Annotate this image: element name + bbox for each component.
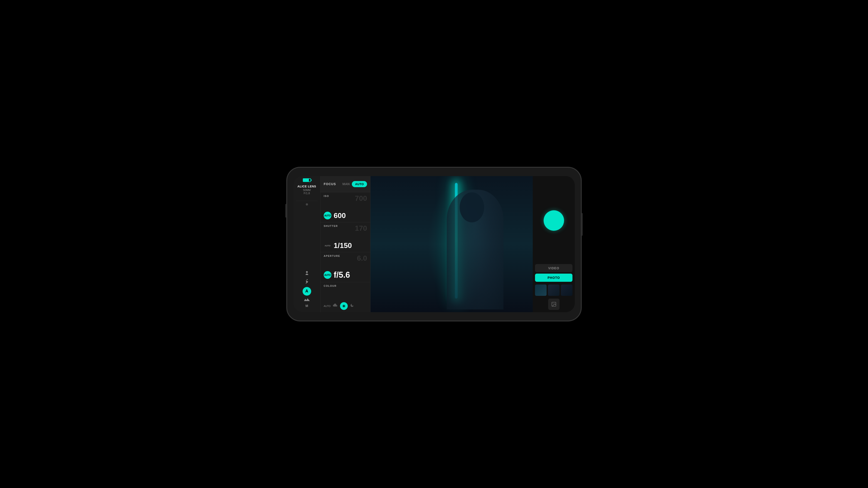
svg-point-0: [306, 271, 308, 273]
aperture-row: APERTURE 6.0 AUTO f/5.6: [320, 252, 370, 282]
phone-device: ALICE LENS 50MM F/1.8: [286, 167, 582, 321]
controls-panel: FOCUS MAN AUTO ISO 700 AUTO 600 SHUTTER …: [320, 176, 370, 312]
colour-row: COLOUR AUTO: [320, 282, 370, 312]
aperture-auto-button[interactable]: AUTO: [324, 271, 332, 279]
focus-label: FOCUS: [324, 182, 340, 186]
thumbnail-2[interactable]: [548, 285, 560, 296]
colour-label: COLOUR: [324, 285, 367, 287]
phone-screen: ALICE LENS 50MM F/1.8: [293, 176, 575, 312]
focus-man-label[interactable]: MAN: [343, 182, 350, 186]
shutter-row: SHUTTER 170 AUTO 1/150: [320, 222, 370, 252]
person-icon[interactable]: [304, 270, 310, 277]
shutter-value-row: AUTO 1/150: [324, 241, 367, 250]
svg-point-2: [343, 305, 345, 307]
thumbnails: [535, 285, 572, 296]
shutter-button[interactable]: [544, 210, 564, 231]
lens-mm: 50MM: [297, 189, 316, 192]
svg-point-8: [553, 303, 553, 304]
photo-mode-button[interactable]: PHOTO: [535, 273, 572, 282]
camera-viewport: [370, 176, 533, 312]
iso-row: ISO 700 AUTO 600: [320, 192, 370, 222]
manual-mode-label[interactable]: M: [306, 304, 308, 307]
lens-aperture: F/1.8: [297, 192, 316, 195]
left-divider: [296, 201, 317, 201]
lens-info: ALICE LENS 50MM F/1.8: [297, 185, 316, 195]
right-panel: VIDEO PHOTO: [533, 176, 575, 312]
iso-value[interactable]: 600: [334, 212, 346, 220]
landscape-icon[interactable]: [304, 297, 310, 303]
aperture-value[interactable]: f/5.6: [334, 270, 350, 280]
auto-mode-button[interactable]: A: [303, 287, 311, 296]
colour-auto-label[interactable]: AUTO: [324, 305, 331, 307]
iso-value-row: AUTO 600: [324, 212, 367, 220]
moon-icon[interactable]: [350, 303, 354, 308]
thumbnail-1[interactable]: [535, 285, 547, 296]
lens-name: ALICE LENS: [297, 185, 316, 188]
iso-ghost-value: 700: [355, 194, 367, 203]
iso-auto-button[interactable]: AUTO: [324, 212, 332, 219]
sun-icon[interactable]: [340, 302, 348, 310]
gallery-button[interactable]: [548, 299, 560, 310]
shutter-value[interactable]: 1/150: [334, 241, 352, 250]
shutter-ghost-value: 170: [355, 224, 367, 232]
colour-icons: AUTO: [324, 302, 367, 310]
focus-auto-button[interactable]: AUTO: [352, 181, 367, 187]
video-mode-button[interactable]: VIDEO: [535, 264, 572, 272]
cloud-icon[interactable]: [333, 303, 338, 308]
aperture-ghost-value: 6.0: [357, 254, 367, 262]
focus-dot: [306, 203, 308, 205]
phone-notch: [421, 168, 447, 170]
svg-point-1: [306, 279, 307, 280]
shutter-auto-label[interactable]: AUTO: [324, 242, 332, 250]
aperture-value-row: AUTO f/5.6: [324, 270, 367, 280]
left-bottom-icons: A M: [303, 270, 311, 310]
head-shape: [460, 192, 484, 222]
mode-buttons: VIDEO PHOTO: [535, 264, 572, 282]
focus-row: FOCUS MAN AUTO: [320, 176, 370, 192]
thumbnail-3[interactable]: [561, 285, 572, 296]
left-panel: ALICE LENS 50MM F/1.8: [293, 176, 320, 312]
main-viewport[interactable]: RAW JPEG: [370, 176, 533, 312]
run-icon[interactable]: [304, 279, 310, 286]
battery-icon: [303, 178, 311, 182]
